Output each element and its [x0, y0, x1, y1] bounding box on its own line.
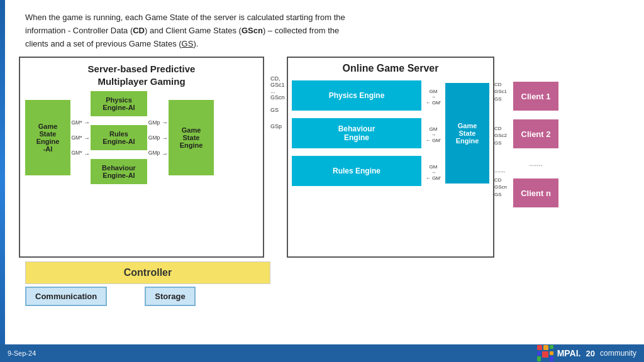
- client-conn-labels: CD GSc1 GS CD GSc2 GS ....... CD GScn: [494, 82, 513, 206]
- gs1-label: GS: [494, 96, 513, 102]
- left-accent-bar: [0, 0, 5, 362]
- desc-line2-pre: information - Controller Data (: [25, 26, 133, 35]
- gm-ogs-1: GM: [430, 89, 438, 94]
- cd-gsc2-label: CD: [494, 126, 513, 132]
- spacer1: [494, 114, 513, 122]
- controller-bar: Controller: [25, 261, 270, 284]
- ogs-physics-label: Physics Engine: [329, 91, 385, 100]
- communication-box: Communication: [25, 287, 107, 306]
- ogs-arrow-grp-1: GM → ← GM': [424, 82, 443, 112]
- ogs-gse-box: GameStateEngine: [445, 83, 489, 184]
- gm-labels-right: GMp GMp GMp: [147, 119, 161, 156]
- cd-gsc1-label: CD: [494, 82, 513, 88]
- svg-rect-0: [537, 345, 542, 350]
- mid-label-gscn: GScn: [270, 94, 287, 101]
- ai-engines-stack: PhysicsEngine-AI RulesEngine-AI Behaviou…: [91, 91, 147, 184]
- ogs-arrows-col: GM → ← GM' GM → ← GM' GM → ← GM': [424, 79, 443, 187]
- gm-label-1: GM*: [70, 119, 83, 126]
- spacer2: [494, 158, 513, 163]
- ogs-arrow-grp-3: GM → ← GM': [424, 157, 443, 187]
- physics-engine-ai-box: PhysicsEngine-AI: [91, 91, 147, 116]
- gmp-ogs-3: ← GM': [426, 175, 441, 181]
- arrow-right-1: →: [84, 119, 90, 126]
- ogs-rules-box: Rules Engine: [292, 156, 421, 186]
- gscn-bold: GScn: [242, 26, 263, 35]
- server-title-line1: Server-based Predictive: [88, 63, 196, 74]
- server-title-line2: Multiplayer Gaming: [97, 76, 185, 87]
- bottom-date: 9-Sep-24: [8, 349, 36, 357]
- ogs-title: Online Game Server: [288, 58, 493, 77]
- desc-line2-post: ) – collected from the: [263, 26, 339, 35]
- arrow-right-r1: →: [162, 119, 168, 126]
- client2-label-grp: CD GSc2 GS: [494, 126, 513, 155]
- gm-label-2: GM*: [70, 134, 83, 141]
- gse-box: GameStateEngine: [169, 100, 214, 175]
- svg-rect-1: [543, 345, 548, 350]
- gmp-label-2: GMp: [147, 134, 161, 141]
- client1-label-grp: CD GSc1 GS: [494, 82, 513, 111]
- gm-labels-left: GM* GM* GM*: [70, 119, 83, 156]
- gsc1-label: GSc1: [494, 89, 513, 95]
- server-content: GameStateEngine-AI GM* GM* GM* → → →: [20, 90, 263, 185]
- gm-ogs-2: GM: [430, 126, 438, 132]
- storage-box: Storage: [145, 287, 195, 306]
- comm-label: Communication: [35, 292, 97, 301]
- arrow-right-r3: →: [162, 150, 168, 157]
- gs2-label: GS: [494, 140, 513, 146]
- cd-gscn-label: CD: [494, 177, 513, 184]
- mpai-brand-text: MPAI.: [557, 348, 581, 358]
- desc-line3-post: ).: [193, 39, 198, 48]
- server-box-title: Server-based Predictive Multiplayer Gami…: [20, 58, 263, 90]
- svg-rect-6: [537, 356, 541, 361]
- mid-label-gsp: GSp: [270, 123, 287, 129]
- clients-dots: .......: [513, 157, 558, 170]
- clients-col: Client 1 Client 2 ....... Client n: [513, 82, 558, 207]
- arr-r-ogs-1: →: [431, 94, 436, 100]
- bottom-community-text: community: [600, 349, 636, 358]
- ogs-behaviour-box: BehaviourEngine: [292, 118, 421, 148]
- dots-label: .......: [494, 167, 513, 173]
- gscn-label: GScn: [494, 184, 513, 190]
- description-text: When the game is running, each Game Stat…: [25, 11, 625, 50]
- ogs-physics-box: Physics Engine: [292, 80, 421, 111]
- client1-label: Client 1: [521, 92, 551, 101]
- mpai-icon-svg: [536, 344, 555, 362]
- cd-bold: CD: [133, 26, 145, 35]
- mid-label-gsc1: GSc1: [270, 82, 287, 88]
- arrow-right-2: →: [84, 134, 90, 141]
- arr-r-ogs-2: →: [431, 132, 436, 138]
- arrow-right-r2: →: [162, 134, 168, 141]
- arr-r-ogs-3: →: [431, 170, 436, 175]
- slide: When the game is running, each Game Stat…: [0, 0, 644, 362]
- svg-rect-4: [542, 351, 548, 358]
- ogs-box: Online Game Server Physics Engine Behavi…: [287, 57, 494, 258]
- gm-ogs-3: GM: [430, 164, 438, 170]
- behaviour-engine-ai-box: BehaviourEngine-AI: [91, 159, 147, 184]
- bottom-right: MPAI. 20 community: [536, 344, 636, 362]
- comm-storage-row: Communication Storage: [25, 287, 270, 306]
- right-diagram: Online Game Server Physics Engine Behavi…: [287, 57, 558, 258]
- mpai-logo: MPAI.: [536, 344, 581, 362]
- ogs-engines-col: Physics Engine BehaviourEngine Rules Eng…: [292, 80, 421, 186]
- arrow-right-3: →: [84, 150, 90, 157]
- client2-label: Client 2: [521, 129, 551, 139]
- ogs-inner: Physics Engine BehaviourEngine Rules Eng…: [288, 77, 493, 190]
- gmp-ogs-1: ← GM': [426, 100, 441, 106]
- gmp-label-1: GMp: [147, 119, 161, 126]
- left-diagram: Server-based Predictive Multiplayer Gami…: [19, 57, 270, 306]
- clientn-box: Client n: [513, 178, 558, 207]
- gmp-label-3: GMp: [147, 150, 161, 156]
- main-diagram: Server-based Predictive Multiplayer Gami…: [19, 57, 625, 306]
- gs-underline: GS: [182, 39, 194, 48]
- client2-box: Client 2: [513, 119, 558, 148]
- server-box: Server-based Predictive Multiplayer Gami…: [19, 57, 264, 258]
- mid-label-cd: CD,: [270, 75, 287, 82]
- bottom-page-number: 20: [586, 349, 595, 358]
- gm-arrows-left: → → →: [83, 119, 91, 157]
- gm-arrows-right: → → →: [161, 119, 169, 157]
- desc-line3-pre: clients and a set of previous Game State…: [25, 39, 182, 48]
- desc-line1: When the game is running, each Game Stat…: [25, 13, 345, 22]
- gsn-label: GS: [494, 192, 513, 198]
- gsc2-label: GSc2: [494, 133, 513, 139]
- svg-rect-2: [550, 345, 553, 349]
